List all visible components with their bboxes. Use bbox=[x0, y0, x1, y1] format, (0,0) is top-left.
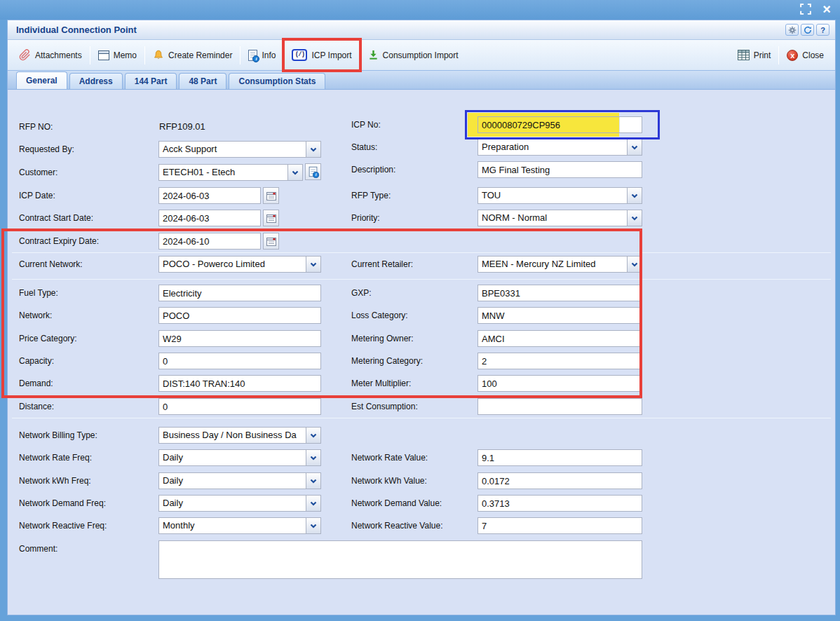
loss-category-input[interactable] bbox=[477, 307, 642, 324]
close-button[interactable]: x Close bbox=[783, 47, 828, 64]
est-consumption-input[interactable] bbox=[477, 398, 642, 415]
comment-label: Comment: bbox=[19, 540, 57, 557]
customer-info-button[interactable]: i bbox=[305, 163, 321, 180]
priority-select[interactable]: NORM - Normal bbox=[477, 210, 642, 226]
contract-start-date-input[interactable] bbox=[158, 210, 261, 226]
chevron-down-icon[interactable] bbox=[306, 473, 320, 489]
network-kwh-value-label: Network kWh Value: bbox=[351, 472, 427, 489]
chevron-down-icon[interactable] bbox=[306, 257, 320, 272]
demand-input[interactable] bbox=[158, 375, 321, 392]
contract-start-date-label: Contract Start Date: bbox=[19, 210, 93, 226]
network-demand-freq-label: Network Demand Freq: bbox=[19, 495, 106, 512]
network-billing-type-select[interactable]: Business Day / Non Business Da bbox=[158, 427, 321, 444]
rfp-no-value: RFP109.01 bbox=[159, 118, 205, 135]
chevron-down-icon[interactable] bbox=[627, 210, 642, 226]
memo-button[interactable]: Memo bbox=[94, 48, 141, 63]
current-network-select[interactable]: POCO - Powerco Limited bbox=[158, 256, 321, 273]
chevron-down-icon[interactable] bbox=[627, 257, 642, 272]
chevron-down-icon[interactable] bbox=[306, 142, 320, 157]
rfp-type-select[interactable]: TOU bbox=[477, 187, 642, 204]
close-window-icon[interactable]: × bbox=[820, 3, 833, 15]
tab-general[interactable]: General bbox=[16, 71, 67, 89]
create-reminder-button[interactable]: Create Reminder bbox=[149, 47, 236, 63]
tab-144-part[interactable]: 144 Part bbox=[125, 73, 177, 89]
demand-label: Demand: bbox=[19, 375, 53, 392]
meter-multiplier-label: Meter Multiplier: bbox=[351, 375, 411, 392]
chevron-down-icon[interactable] bbox=[306, 496, 320, 511]
help-button[interactable]: ? bbox=[816, 24, 829, 36]
gxp-input[interactable] bbox=[477, 285, 642, 301]
capacity-input[interactable] bbox=[158, 353, 321, 369]
tab-48-part[interactable]: 48 Part bbox=[179, 73, 226, 89]
panel-title: Individual Connection Point bbox=[13, 25, 137, 35]
loss-category-label: Loss Category: bbox=[351, 307, 408, 324]
icp-import-label: ICP Import bbox=[311, 50, 351, 60]
rfp-type-value: TOU bbox=[478, 188, 627, 203]
calendar-icon[interactable] bbox=[263, 187, 279, 204]
info-button[interactable]: i Info bbox=[244, 47, 280, 64]
customer-select[interactable]: ETECH01 - Etech bbox=[158, 164, 303, 181]
network-rate-freq-select[interactable]: Daily bbox=[158, 449, 321, 466]
distance-input[interactable] bbox=[158, 398, 321, 415]
network-billing-type-label: Network Billing Type: bbox=[19, 427, 97, 444]
chevron-down-icon[interactable] bbox=[306, 450, 320, 465]
section-separator bbox=[12, 418, 831, 418]
network-demand-freq-select[interactable]: Daily bbox=[158, 495, 321, 512]
network-reactive-value-input[interactable] bbox=[477, 517, 642, 534]
icp-date-input[interactable] bbox=[158, 187, 261, 204]
network-kwh-value-input[interactable] bbox=[477, 472, 642, 489]
description-input[interactable] bbox=[477, 161, 642, 178]
fuel-type-input[interactable] bbox=[158, 285, 321, 301]
price-category-input[interactable] bbox=[158, 330, 321, 347]
toolbar: Attachments Memo Create Reminder i bbox=[8, 40, 835, 71]
chevron-down-icon[interactable] bbox=[306, 518, 320, 533]
metering-owner-label: Metering Owner: bbox=[351, 330, 414, 347]
memo-icon bbox=[98, 50, 109, 60]
icp-panel: Individual Connection Point ? bbox=[7, 20, 836, 615]
icp-no-input[interactable] bbox=[477, 116, 642, 133]
calendar-icon[interactable] bbox=[263, 210, 279, 226]
network-demand-value-input[interactable] bbox=[477, 495, 642, 512]
metering-category-input[interactable] bbox=[477, 353, 642, 369]
chevron-down-icon[interactable] bbox=[627, 139, 642, 155]
network-reactive-freq-value: Monthly bbox=[159, 518, 306, 533]
contract-expiry-date-input[interactable] bbox=[158, 233, 261, 250]
tab-consumption-stats[interactable]: Consumption Stats bbox=[229, 73, 325, 89]
attachments-button[interactable]: Attachments bbox=[15, 46, 86, 64]
network-input[interactable] bbox=[158, 307, 321, 324]
maximize-icon[interactable] bbox=[799, 3, 812, 15]
toolbar-separator bbox=[360, 46, 360, 64]
chevron-down-icon[interactable] bbox=[627, 188, 642, 203]
toolbar-separator bbox=[283, 46, 284, 64]
network-kwh-freq-label: Network kWh Freq: bbox=[19, 472, 91, 489]
chevron-down-icon[interactable] bbox=[306, 428, 320, 443]
chevron-down-icon[interactable] bbox=[287, 165, 302, 180]
print-button[interactable]: Print bbox=[733, 47, 775, 63]
priority-label: Priority: bbox=[351, 210, 380, 226]
network-kwh-freq-select[interactable]: Daily bbox=[158, 472, 321, 489]
network-rate-freq-value: Daily bbox=[159, 450, 306, 465]
current-retailer-select[interactable]: MEEN - Mercury NZ Limited bbox=[477, 256, 642, 273]
network-reactive-value-label: Network Reactive Value: bbox=[351, 517, 443, 534]
memo-label: Memo bbox=[114, 50, 137, 60]
status-value: Preparation bbox=[478, 139, 627, 155]
gxp-label: GXP: bbox=[351, 285, 372, 301]
status-select[interactable]: Preparation bbox=[477, 139, 642, 156]
network-reactive-freq-select[interactable]: Monthly bbox=[158, 517, 321, 534]
settings-button[interactable] bbox=[785, 24, 799, 36]
calendar-icon[interactable] bbox=[263, 233, 279, 250]
refresh-button[interactable] bbox=[801, 24, 814, 36]
requested-by-select[interactable]: Acck Support bbox=[158, 141, 321, 158]
network-rate-value-input[interactable] bbox=[477, 449, 642, 466]
comment-textarea[interactable] bbox=[158, 540, 642, 579]
meter-multiplier-input[interactable] bbox=[477, 375, 642, 392]
requested-by-label: Requested By: bbox=[19, 141, 74, 158]
print-grid-icon bbox=[738, 50, 750, 60]
metering-owner-input[interactable] bbox=[477, 330, 642, 347]
section-separator bbox=[12, 252, 831, 253]
icp-import-button[interactable]: (/) ICP Import bbox=[287, 46, 355, 64]
consumption-import-label: Consumption Import bbox=[383, 50, 459, 60]
tab-address[interactable]: Address bbox=[69, 73, 123, 89]
capacity-label: Capacity: bbox=[19, 353, 54, 369]
consumption-import-button[interactable]: Consumption Import bbox=[364, 47, 463, 63]
